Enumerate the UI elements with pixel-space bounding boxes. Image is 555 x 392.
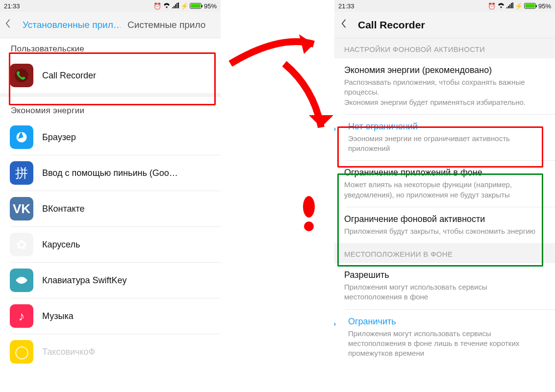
option-no-restrictions[interactable]: › Нет ограничений Ээономия энергии не ог… — [334, 115, 555, 161]
option-desc: Приложения могут использовать сервисы ме… — [344, 282, 545, 302]
svg-point-4 — [303, 196, 315, 218]
alarm-icon: ⏰ — [488, 2, 496, 10]
app-row-taxi[interactable]: ◯ ТаксовичкоФ — [0, 334, 221, 366]
app-row-swiftkey[interactable]: Клавиатура SwiftKey — [0, 263, 221, 298]
option-title: Экономия энергии (рекомендовано) — [344, 65, 545, 75]
title-bar: Call Recorder — [334, 12, 555, 38]
music-icon: ♪ — [10, 304, 33, 328]
section-bg-activity: НАСТРОЙКИ ФОНОВОЙ АКТИВНОСТИ — [334, 38, 555, 58]
app-label: Карусель — [42, 240, 80, 250]
browser-icon — [10, 125, 33, 149]
tab-system[interactable]: Системные прило — [127, 20, 205, 30]
pinyin-icon: 拼 — [10, 161, 33, 185]
app-label: Музыка — [42, 311, 74, 321]
battery-icon — [524, 3, 536, 9]
signal-icon — [172, 2, 179, 10]
option-economy[interactable]: Экономия энергии (рекомендовано) Распозн… — [334, 58, 555, 114]
alarm-icon: ⏰ — [153, 2, 161, 10]
option-desc: Приложения будут закрыты, чтобы сэкономи… — [344, 226, 545, 236]
arrow-icon — [275, 59, 343, 147]
charging-icon: ⚡ — [515, 2, 523, 10]
signal-icon — [506, 2, 513, 10]
section-user-apps: Пользовательские — [0, 38, 221, 58]
right-screenshot: 21:33 ⏰ ⚡ 95% Call Recorder НАСТРОЙКИ ФО… — [334, 0, 555, 392]
svg-marker-2 — [299, 34, 314, 54]
app-label: Call Recorder — [42, 71, 96, 81]
option-desc: Может влиять на некоторые функции (напри… — [344, 180, 545, 200]
section-location: МЕСТОПОЛОЖЕНИИ В ФОНЕ — [334, 243, 555, 263]
exclamation-icon — [299, 196, 319, 235]
wifi-icon — [497, 2, 505, 10]
tabs-bar: Установленные прил… Системные прило — [0, 12, 221, 38]
status-time: 21:33 — [338, 2, 354, 10]
phone-icon — [10, 64, 33, 87]
option-bg-activity-limit[interactable]: Ограничение фоновой активности Приложени… — [334, 207, 555, 243]
battery-pct: 95% — [538, 2, 551, 10]
page-title: Call Recorder — [358, 19, 425, 31]
option-bg-app-limit[interactable]: Ограничение приложений в фоне Может влия… — [334, 161, 555, 207]
option-title: Ограничение приложений в фоне — [344, 168, 545, 178]
app-label: Браузер — [42, 132, 76, 143]
charging-icon: ⚡ — [180, 2, 188, 10]
app-label: ВКонтакте — [42, 204, 85, 214]
svg-point-0 — [15, 69, 28, 82]
tab-installed[interactable]: Установленные прил… — [23, 20, 121, 30]
option-title: Ограничить — [348, 317, 545, 327]
app-label: Ввод с помощью пиньинь (Goo… — [42, 168, 178, 178]
app-row-call-recorder[interactable]: Call Recorder — [0, 58, 221, 93]
check-icon: › — [334, 319, 336, 328]
battery-pct: 95% — [204, 2, 217, 10]
option-desc: Приложения могут использовать сервисы ме… — [348, 329, 545, 359]
wifi-icon — [163, 2, 171, 10]
svg-point-5 — [304, 221, 314, 231]
option-desc: Распознавать приложения, чтобы сохранять… — [344, 77, 545, 107]
carousel-icon: ✿ — [10, 233, 33, 256]
option-location-allow[interactable]: Разрешить Приложения могут использовать … — [334, 263, 555, 309]
option-title: Ограничение фоновой активности — [344, 214, 545, 224]
swiftkey-icon — [10, 269, 33, 292]
check-icon: › — [334, 124, 336, 133]
battery-icon — [190, 3, 202, 9]
app-row-vk[interactable]: VK ВКонтакте — [0, 191, 221, 226]
app-row-music[interactable]: ♪ Музыка — [0, 298, 221, 334]
app-row-browser[interactable]: Браузер — [0, 120, 221, 155]
svg-marker-3 — [309, 115, 333, 127]
option-title: Нет ограничений — [348, 122, 545, 132]
app-label: ТаксовичкоФ — [42, 347, 95, 357]
arrow-icon — [226, 29, 333, 78]
status-bar: 21:33 ⏰ ⚡ 95% — [334, 0, 555, 12]
status-bar: 21:33 ⏰ ⚡ 95% — [0, 0, 221, 12]
vk-icon: VK — [10, 197, 33, 220]
left-screenshot: 21:33 ⏰ ⚡ 95% Установленные прил… Систем… — [0, 0, 221, 392]
app-row-carousel[interactable]: ✿ Карусель — [0, 227, 221, 262]
back-icon[interactable] — [5, 19, 16, 31]
app-row-pinyin[interactable]: 拼 Ввод с помощью пиньинь (Goo… — [0, 155, 221, 191]
app-label: Клавиатура SwiftKey — [42, 275, 127, 286]
option-title: Разрешить — [344, 270, 545, 280]
section-energy: Экономия энергии — [0, 97, 221, 120]
option-desc: Ээономия энергии не ограничивает активно… — [348, 134, 545, 154]
status-time: 21:33 — [4, 2, 20, 10]
taxi-icon: ◯ — [10, 340, 33, 364]
back-icon[interactable] — [341, 19, 350, 31]
option-location-restrict[interactable]: › Ограничить Приложения могут использова… — [334, 310, 555, 366]
